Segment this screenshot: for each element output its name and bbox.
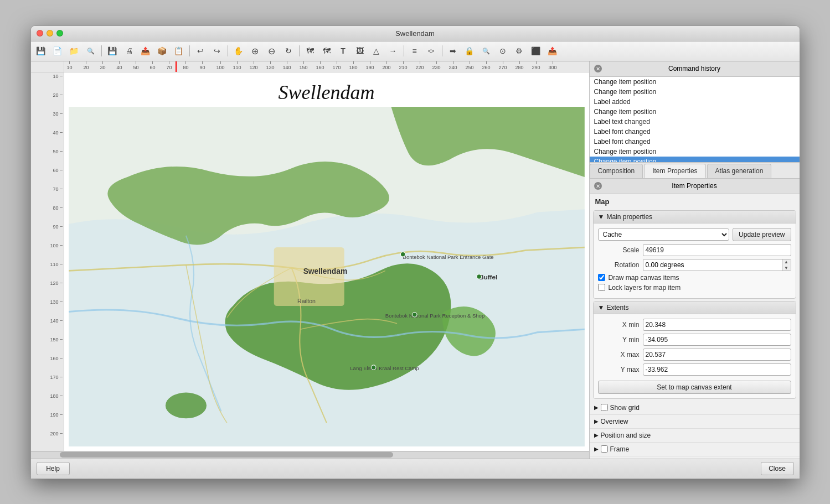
layer-button[interactable]: ⬛ — [528, 44, 544, 58]
help-button[interactable]: Help — [37, 462, 70, 475]
rotation-input[interactable] — [643, 259, 782, 271]
scrollbar-thumb-h[interactable] — [60, 452, 393, 458]
xmax-input[interactable] — [643, 349, 791, 361]
extents-section: ▼ Extents X min Y min X max — [593, 301, 796, 399]
extents-header[interactable]: ▼ Extents — [594, 302, 796, 314]
zoom-in-button[interactable]: ⊕ — [248, 44, 263, 58]
refresh-button[interactable]: ↻ — [281, 44, 296, 58]
ip-section-title: Map — [590, 194, 800, 208]
command-history-item[interactable]: Label text changed — [590, 117, 800, 127]
cache-select[interactable]: Cache Render Rectangle — [598, 228, 730, 241]
rotation-up-button[interactable]: ▲ — [782, 259, 791, 265]
set-extent-button[interactable]: Set to map canvas extent — [598, 381, 791, 394]
zoom-fit2-button[interactable]: ⊙ — [495, 44, 511, 58]
draw-canvas-checkbox[interactable] — [598, 274, 605, 281]
print-button[interactable]: 🖨 — [121, 44, 137, 58]
tab-item-properties[interactable]: Item Properties — [644, 164, 705, 178]
position-size-row[interactable]: ▶ Position and size — [590, 429, 800, 443]
close-ip-button[interactable]: ✕ — [594, 182, 602, 190]
ip-header-bar: ✕ Item Properties — [590, 179, 800, 194]
add-arrow-button[interactable]: → — [385, 44, 401, 58]
command-history-list[interactable]: Change item positionChange item position… — [590, 77, 800, 163]
zoom-in-toolbar-button[interactable]: 🔍 — [83, 44, 99, 58]
command-history-item[interactable]: Change item position — [590, 87, 800, 97]
update-preview-button[interactable]: Update preview — [733, 228, 791, 241]
ymin-input[interactable] — [643, 334, 791, 346]
ruler-h-tick: 170 — [333, 61, 341, 70]
add-shape-button[interactable]: △ — [369, 44, 384, 58]
add-map-button[interactable]: 🗺 — [302, 44, 318, 58]
add-map2-button[interactable]: 🗺 — [319, 44, 334, 58]
ruler-h-tick: 70 — [167, 61, 172, 70]
ruler-v-tick: 90 — [31, 224, 64, 230]
map-canvas[interactable]: Swellendam — [64, 72, 589, 451]
save2-button[interactable]: 💾 — [105, 44, 120, 58]
command-history-item[interactable]: Change item position — [590, 107, 800, 117]
lock-layers-checkbox[interactable] — [598, 284, 605, 291]
export-button[interactable]: 📤 — [138, 44, 153, 58]
new-button[interactable]: 📄 — [50, 44, 65, 58]
ruler-h-tick: 90 — [200, 61, 205, 70]
rotation-label: Rotation — [598, 261, 640, 269]
minimize-button[interactable] — [47, 30, 53, 37]
close-button[interactable] — [37, 30, 43, 37]
main-properties-header[interactable]: ▼ Main properties — [594, 211, 796, 224]
show-grid-row[interactable]: ▶ Show grid — [590, 401, 800, 415]
tabs-row: CompositionItem PropertiesAtlas generati… — [590, 163, 800, 179]
pan-button[interactable]: ✋ — [231, 44, 246, 58]
command-history-item[interactable]: Change item position — [590, 147, 800, 157]
ymax-input[interactable] — [643, 363, 791, 376]
sep4 — [299, 45, 300, 56]
settings-button[interactable]: ⚙ — [512, 44, 527, 58]
add-label-button[interactable]: T — [336, 44, 351, 58]
lock-layers-row: Lock layers for map item — [598, 284, 791, 292]
add-image-button[interactable]: 🖼 — [352, 44, 368, 58]
sep3 — [228, 45, 228, 56]
close-button-bottom[interactable]: Close — [761, 462, 794, 475]
scale-input[interactable] — [643, 244, 791, 256]
undo-button[interactable]: ↩ — [193, 44, 208, 58]
scale-label: Scale — [598, 246, 640, 254]
main-window: Swellendam 💾 📄 📁 🔍 💾 🖨 📤 📦 📋 ↩ ↪ ✋ ⊕ ⊖ ↻… — [30, 25, 800, 479]
export2-button[interactable]: 📦 — [154, 44, 170, 58]
zoom-fit-button[interactable]: 🔍 — [478, 44, 494, 58]
frame-row[interactable]: ▶ Frame — [590, 443, 800, 456]
tab-atlas-generation[interactable]: Atlas generation — [707, 164, 772, 178]
show-grid-checkbox[interactable] — [601, 404, 608, 411]
arrow-right-button[interactable]: ➡ — [445, 44, 461, 58]
ruler-h-tick: 10 — [67, 61, 73, 70]
pdf-button[interactable]: 📋 — [171, 44, 187, 58]
overview-row[interactable]: ▶ Overview — [590, 415, 800, 429]
overview-triangle: ▶ — [594, 418, 599, 424]
frame-checkbox[interactable] — [601, 445, 608, 453]
open-button[interactable]: 📁 — [66, 44, 82, 58]
horizontal-scrollbar[interactable] — [31, 451, 589, 459]
xmin-label: X min — [598, 321, 640, 329]
command-history-item[interactable]: Label font changed — [590, 127, 800, 137]
ruler-h-tick: 110 — [233, 61, 241, 70]
zoom-out-button[interactable]: ⊖ — [264, 44, 280, 58]
ruler-h-tick: 290 — [532, 61, 540, 70]
rotation-down-button[interactable]: ▼ — [782, 265, 791, 271]
maximize-button[interactable] — [56, 30, 63, 37]
attributes-button[interactable]: ≡ — [407, 44, 422, 58]
html-button[interactable]: <> — [424, 44, 439, 58]
select-button[interactable]: 🔒 — [462, 44, 477, 58]
tab-composition[interactable]: Composition — [590, 164, 643, 178]
ruler-h-tick: 250 — [466, 61, 474, 70]
save-button[interactable]: 💾 — [33, 44, 49, 58]
redo-button[interactable]: ↪ — [209, 44, 225, 58]
command-history-item[interactable]: Change item position — [590, 157, 800, 163]
title-bar: Swellendam — [31, 26, 800, 41]
xmin-row: X min — [598, 319, 791, 331]
command-history-item[interactable]: Label font changed — [590, 137, 800, 147]
command-history-item[interactable]: Label added — [590, 97, 800, 107]
ruler-v-tick: 150 — [31, 337, 64, 342]
xmin-input[interactable] — [643, 319, 791, 331]
command-history-item[interactable]: Change item position — [590, 77, 800, 87]
svg-point-12 — [371, 365, 375, 369]
close-history-button[interactable]: ✕ — [594, 65, 602, 72]
ruler-h-tick: 130 — [266, 61, 275, 70]
export3-button[interactable]: 📤 — [545, 44, 560, 58]
ruler-v-tick: 10 — [31, 74, 64, 79]
